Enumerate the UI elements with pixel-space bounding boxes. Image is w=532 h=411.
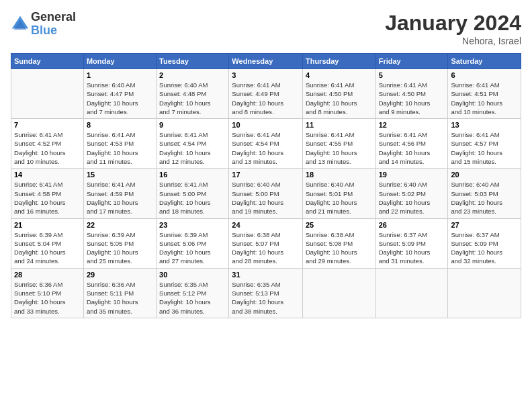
day-number: 3 — [232, 71, 300, 79]
day-info: Sunrise: 6:41 AM Sunset: 4:57 PM Dayligh… — [451, 130, 518, 166]
day-info: Sunrise: 6:36 AM Sunset: 5:10 PM Dayligh… — [14, 280, 81, 316]
calendar-cell: 6Sunrise: 6:41 AM Sunset: 4:51 PM Daylig… — [448, 69, 521, 119]
day-info: Sunrise: 6:35 AM Sunset: 5:13 PM Dayligh… — [232, 280, 300, 316]
day-info: Sunrise: 6:41 AM Sunset: 4:58 PM Dayligh… — [14, 180, 81, 216]
day-number: 15 — [87, 171, 153, 179]
day-number: 20 — [451, 171, 518, 179]
day-number: 12 — [379, 121, 445, 129]
calendar-cell: 28Sunrise: 6:36 AM Sunset: 5:10 PM Dayli… — [11, 268, 84, 318]
day-number: 29 — [87, 271, 153, 279]
calendar-cell: 3Sunrise: 6:41 AM Sunset: 4:49 PM Daylig… — [229, 69, 303, 119]
month-title: January 2024 — [385, 11, 521, 36]
logo-blue-text: Blue — [31, 24, 76, 38]
week-row-0: 1Sunrise: 6:40 AM Sunset: 4:47 PM Daylig… — [11, 69, 521, 119]
calendar-cell: 24Sunrise: 6:38 AM Sunset: 5:07 PM Dayli… — [229, 218, 303, 268]
calendar-cell: 4Sunrise: 6:41 AM Sunset: 4:50 PM Daylig… — [302, 69, 375, 119]
day-number: 23 — [159, 221, 226, 229]
day-info: Sunrise: 6:41 AM Sunset: 4:50 PM Dayligh… — [379, 81, 445, 116]
day-info: Sunrise: 6:40 AM Sunset: 5:02 PM Dayligh… — [379, 180, 445, 216]
day-number: 30 — [159, 271, 226, 279]
day-number: 28 — [14, 271, 81, 279]
day-info: Sunrise: 6:40 AM Sunset: 5:01 PM Dayligh… — [306, 180, 373, 216]
logo-text: General Blue — [31, 11, 76, 38]
day-number: 27 — [451, 221, 518, 229]
calendar-cell — [448, 268, 521, 318]
calendar-cell: 18Sunrise: 6:40 AM Sunset: 5:01 PM Dayli… — [302, 169, 375, 218]
logo-icon — [11, 15, 30, 34]
week-row-1: 7Sunrise: 6:41 AM Sunset: 4:52 PM Daylig… — [11, 119, 521, 169]
calendar-cell: 11Sunrise: 6:41 AM Sunset: 4:55 PM Dayli… — [302, 119, 375, 169]
day-info: Sunrise: 6:41 AM Sunset: 4:53 PM Dayligh… — [87, 130, 153, 166]
day-number: 14 — [14, 171, 81, 179]
calendar-cell: 20Sunrise: 6:40 AM Sunset: 5:03 PM Dayli… — [448, 169, 521, 218]
calendar-cell: 22Sunrise: 6:39 AM Sunset: 5:05 PM Dayli… — [83, 218, 156, 268]
calendar-cell: 10Sunrise: 6:41 AM Sunset: 4:54 PM Dayli… — [229, 119, 303, 169]
calendar-cell: 31Sunrise: 6:35 AM Sunset: 5:13 PM Dayli… — [229, 268, 303, 318]
location-subtitle: Nehora, Israel — [385, 36, 521, 46]
day-info: Sunrise: 6:41 AM Sunset: 4:50 PM Dayligh… — [306, 81, 373, 116]
day-info: Sunrise: 6:41 AM Sunset: 4:51 PM Dayligh… — [451, 81, 518, 116]
calendar-cell: 19Sunrise: 6:40 AM Sunset: 5:02 PM Dayli… — [375, 169, 448, 218]
day-number: 11 — [306, 121, 373, 129]
header-tuesday: Tuesday — [157, 54, 229, 69]
day-info: Sunrise: 6:38 AM Sunset: 5:07 PM Dayligh… — [232, 230, 300, 266]
day-number: 26 — [379, 221, 445, 229]
day-number: 24 — [232, 221, 300, 229]
calendar-cell: 7Sunrise: 6:41 AM Sunset: 4:52 PM Daylig… — [11, 119, 84, 169]
calendar-cell: 12Sunrise: 6:41 AM Sunset: 4:56 PM Dayli… — [375, 119, 448, 169]
calendar-cell: 17Sunrise: 6:40 AM Sunset: 5:00 PM Dayli… — [229, 169, 303, 218]
calendar-cell: 13Sunrise: 6:41 AM Sunset: 4:57 PM Dayli… — [448, 119, 521, 169]
day-number: 7 — [14, 121, 81, 129]
week-row-3: 21Sunrise: 6:39 AM Sunset: 5:04 PM Dayli… — [11, 218, 521, 268]
day-info: Sunrise: 6:39 AM Sunset: 5:04 PM Dayligh… — [14, 230, 81, 266]
calendar-cell: 14Sunrise: 6:41 AM Sunset: 4:58 PM Dayli… — [11, 169, 84, 218]
day-info: Sunrise: 6:38 AM Sunset: 5:08 PM Dayligh… — [306, 230, 373, 266]
calendar-cell: 9Sunrise: 6:41 AM Sunset: 4:54 PM Daylig… — [157, 119, 229, 169]
calendar-cell: 27Sunrise: 6:37 AM Sunset: 5:09 PM Dayli… — [448, 218, 521, 268]
calendar-header: Sunday Monday Tuesday Wednesday Thursday… — [11, 54, 521, 69]
day-info: Sunrise: 6:41 AM Sunset: 4:59 PM Dayligh… — [87, 180, 153, 216]
day-info: Sunrise: 6:41 AM Sunset: 4:54 PM Dayligh… — [159, 130, 226, 166]
day-info: Sunrise: 6:37 AM Sunset: 5:09 PM Dayligh… — [379, 230, 445, 266]
day-info: Sunrise: 6:41 AM Sunset: 4:49 PM Dayligh… — [232, 81, 300, 116]
day-info: Sunrise: 6:40 AM Sunset: 5:03 PM Dayligh… — [451, 180, 518, 216]
calendar-cell: 26Sunrise: 6:37 AM Sunset: 5:09 PM Dayli… — [375, 218, 448, 268]
page: General Blue January 2024 Nehora, Israel… — [0, 0, 532, 411]
header-row: Sunday Monday Tuesday Wednesday Thursday… — [11, 54, 521, 69]
day-info: Sunrise: 6:40 AM Sunset: 4:48 PM Dayligh… — [159, 81, 226, 116]
day-number: 10 — [232, 121, 300, 129]
day-info: Sunrise: 6:37 AM Sunset: 5:09 PM Dayligh… — [451, 230, 518, 266]
day-info: Sunrise: 6:39 AM Sunset: 5:05 PM Dayligh… — [87, 230, 153, 266]
day-number: 22 — [87, 221, 153, 229]
header: General Blue January 2024 Nehora, Israel — [11, 11, 521, 46]
header-saturday: Saturday — [448, 54, 521, 69]
day-info: Sunrise: 6:41 AM Sunset: 4:54 PM Dayligh… — [232, 130, 300, 166]
day-number: 18 — [306, 171, 373, 179]
day-number: 25 — [306, 221, 373, 229]
day-info: Sunrise: 6:40 AM Sunset: 5:00 PM Dayligh… — [232, 180, 300, 216]
header-wednesday: Wednesday — [229, 54, 303, 69]
day-number: 19 — [379, 171, 445, 179]
day-info: Sunrise: 6:41 AM Sunset: 5:00 PM Dayligh… — [159, 180, 226, 216]
day-info: Sunrise: 6:35 AM Sunset: 5:12 PM Dayligh… — [159, 280, 226, 316]
calendar-cell: 30Sunrise: 6:35 AM Sunset: 5:12 PM Dayli… — [157, 268, 229, 318]
day-number: 17 — [232, 171, 300, 179]
day-info: Sunrise: 6:41 AM Sunset: 4:55 PM Dayligh… — [306, 130, 373, 166]
calendar-cell: 21Sunrise: 6:39 AM Sunset: 5:04 PM Dayli… — [11, 218, 84, 268]
day-number: 5 — [379, 71, 445, 79]
day-number: 2 — [159, 71, 226, 79]
day-number: 8 — [87, 121, 153, 129]
calendar-cell: 8Sunrise: 6:41 AM Sunset: 4:53 PM Daylig… — [83, 119, 156, 169]
day-number: 13 — [451, 121, 518, 129]
calendar-cell: 29Sunrise: 6:36 AM Sunset: 5:11 PM Dayli… — [83, 268, 156, 318]
header-monday: Monday — [83, 54, 156, 69]
header-sunday: Sunday — [11, 54, 84, 69]
logo: General Blue — [11, 11, 76, 38]
calendar-cell — [302, 268, 375, 318]
week-row-2: 14Sunrise: 6:41 AM Sunset: 4:58 PM Dayli… — [11, 169, 521, 218]
day-info: Sunrise: 6:41 AM Sunset: 4:52 PM Dayligh… — [14, 130, 81, 166]
calendar-cell — [375, 268, 448, 318]
calendar-cell: 16Sunrise: 6:41 AM Sunset: 5:00 PM Dayli… — [157, 169, 229, 218]
week-row-4: 28Sunrise: 6:36 AM Sunset: 5:10 PM Dayli… — [11, 268, 521, 318]
calendar-cell: 1Sunrise: 6:40 AM Sunset: 4:47 PM Daylig… — [83, 69, 156, 119]
